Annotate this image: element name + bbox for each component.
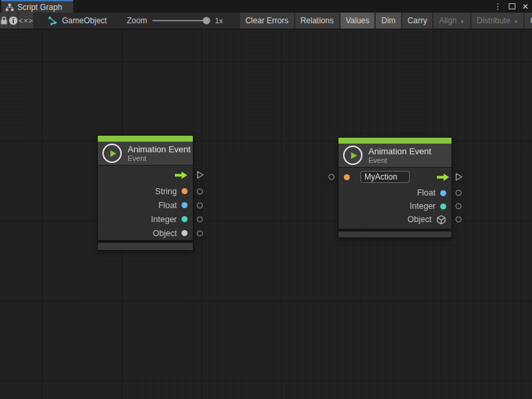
trigger-output-row [98, 166, 193, 184]
info-button[interactable] [9, 13, 18, 29]
code-icon: <×> [19, 17, 33, 25]
distribute-dropdown-button[interactable]: Distribute ▼ [471, 13, 524, 29]
unity-visual-scripting-window: Script Graph ⋮ ✕ <×> [0, 0, 532, 399]
integer-type-icon [440, 203, 446, 209]
chevron-down-icon: ▼ [460, 19, 465, 24]
node-subtitle: Event [368, 156, 432, 165]
clear-errors-button[interactable]: Clear Errors [240, 13, 294, 29]
port-object-out[interactable] [456, 217, 462, 223]
node-header[interactable]: Animation Event Event [98, 142, 193, 166]
output-row-float: Float [338, 186, 452, 200]
node-title: Animation Event [128, 144, 191, 154]
event-name-input[interactable] [360, 171, 410, 183]
float-type-icon [440, 190, 446, 196]
play-event-icon [343, 146, 362, 165]
zoom-label: Zoom [127, 16, 148, 25]
flow-arrow-icon [437, 173, 450, 182]
node-footer [97, 242, 194, 251]
lock-icon [0, 16, 8, 25]
node-accent-bar [338, 138, 452, 144]
port-float-out[interactable] [197, 202, 203, 208]
graph-canvas[interactable]: Animation Event Event String [0, 29, 532, 399]
zoom-slider[interactable] [152, 20, 210, 21]
event-name-row [338, 168, 452, 186]
output-row-integer: Integer [338, 200, 452, 213]
graph-toolbar: <×> GameObject Zoom 1x Clear Errors Rel [0, 13, 532, 29]
string-type-icon [182, 188, 188, 194]
port-string-out[interactable] [197, 188, 203, 194]
tab-title: Script Graph [17, 3, 62, 12]
close-icon[interactable]: ✕ [522, 3, 529, 11]
node-footer [338, 231, 452, 238]
info-icon [9, 16, 18, 25]
values-toggle-button[interactable]: Values [340, 13, 375, 29]
node-title: Animation Event [368, 146, 432, 156]
maximize-icon[interactable] [509, 3, 515, 9]
port-float-out[interactable] [456, 190, 462, 196]
window-controls: ⋮ ✕ [493, 0, 529, 13]
lock-button[interactable] [0, 13, 8, 29]
flow-arrow-icon [175, 171, 188, 180]
animation-event-node-1[interactable]: Animation Event Event String [97, 135, 194, 251]
graph-target[interactable]: GameObject [48, 13, 106, 29]
dim-toggle-button[interactable]: Dim [376, 13, 400, 29]
port-trigger-out[interactable] [455, 173, 463, 182]
tab-script-graph[interactable]: Script Graph [1, 0, 73, 13]
string-type-icon [344, 174, 350, 180]
float-type-icon [182, 202, 188, 208]
edit-source-button[interactable]: <×> [19, 13, 33, 29]
relations-button[interactable]: Relations [295, 13, 339, 29]
node-header[interactable]: Animation Event Event [338, 144, 452, 168]
port-name-in[interactable] [329, 174, 334, 180]
output-row-integer: Integer [98, 212, 193, 226]
output-row-object: Object [338, 213, 452, 226]
zoom-slider-handle[interactable] [203, 17, 210, 25]
output-row-object: Object [98, 226, 193, 240]
overview-button[interactable]: Overv [525, 13, 532, 29]
output-row-float: Float [98, 198, 193, 212]
zoom-control: Zoom 1x [127, 13, 223, 29]
output-row-string: String [98, 184, 193, 198]
carry-button[interactable]: Carry [402, 13, 432, 29]
align-dropdown-button[interactable]: Align ▼ [434, 13, 470, 29]
graph-hierarchy-icon [5, 3, 14, 11]
window-menu-icon[interactable]: ⋮ [493, 2, 502, 11]
object-type-icon [182, 230, 188, 236]
zoom-value: 1x [215, 17, 223, 25]
port-trigger-out[interactable] [196, 171, 204, 180]
toolbar-buttons: Clear Errors Relations Values Dim Carry … [240, 13, 532, 29]
cube-object-icon [436, 215, 446, 225]
graph-target-label: GameObject [62, 16, 106, 25]
port-integer-out[interactable] [456, 203, 462, 209]
port-integer-out[interactable] [197, 216, 203, 222]
chevron-down-icon: ▼ [513, 19, 518, 24]
animation-event-node-2[interactable]: Animation Event Event [338, 137, 452, 238]
port-object-out[interactable] [197, 230, 203, 236]
script-graph-asset-icon [48, 16, 58, 25]
tab-bar: Script Graph ⋮ ✕ [0, 0, 532, 13]
integer-type-icon [182, 216, 188, 222]
node-subtitle: Event [128, 154, 191, 163]
node-accent-bar [98, 136, 193, 142]
play-event-icon [102, 144, 122, 163]
